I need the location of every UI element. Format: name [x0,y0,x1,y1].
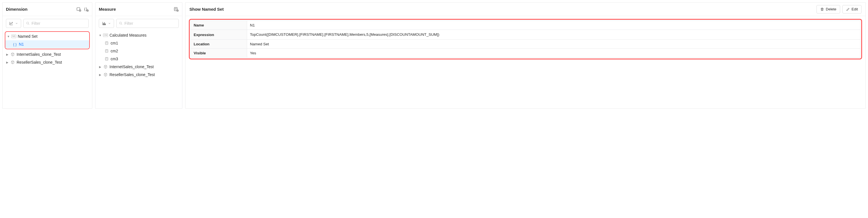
dimension-view-selector[interactable] [6,19,21,28]
detail-panel-header: Show Named Set Delete Edit [185,3,865,16]
svg-point-25 [119,22,121,24]
cm-badge-icon: CM [103,33,108,37]
dimension-filter-wrap[interactable] [23,19,89,28]
caret-right-icon[interactable]: ▶ [99,65,102,68]
namedset-badge-icon: NS [11,34,16,39]
measure-tree: ▼ CM Calculated Measures cm1 cm2 [95,30,182,82]
svg-rect-24 [105,24,105,25]
dimension-toolbar [3,16,92,30]
tree-node-calc-measures[interactable]: ▼ CM Calculated Measures [97,31,181,39]
cube-icon [10,60,15,64]
svg-point-11 [175,9,176,9]
caret-right-icon[interactable]: ▶ [99,73,102,76]
svg-rect-23 [104,23,105,25]
svg-point-38 [106,51,107,51]
detail-table: Name N1 Expression TopCount([DIMCUSTOMER… [190,21,860,58]
search-icon [26,22,30,25]
bar-chart-icon [102,21,106,26]
svg-point-13 [176,9,177,9]
measure-panel-header: Measure [95,3,182,16]
calculator-icon [104,41,109,45]
svg-rect-22 [103,23,104,25]
tree-node-cube[interactable]: ▶ InternetSales_clone_Test [97,63,181,71]
line-chart-icon [9,21,13,26]
dimension-title: Dimension [6,7,28,11]
tree-node-cm[interactable]: cm3 [97,55,181,63]
svg-point-16 [176,9,177,10]
search-icon [119,22,123,25]
dimension-panel: Dimension ▼ [2,2,92,109]
svg-point-47 [107,59,107,59]
svg-point-39 [107,51,107,51]
chevron-down-icon [15,22,18,25]
measure-panel: Measure ▼ CM Calculated Measures [95,2,182,109]
tree-node-cm[interactable]: cm2 [97,47,181,55]
tree-label: InternetSales_clone_Test [110,64,154,69]
detail-row-name: Name N1 [191,21,860,30]
detail-title: Show Named Set [189,7,224,11]
detail-key: Name [191,21,247,30]
tree-label: cm3 [111,57,118,61]
tree-node-cube[interactable]: ▶ ResellerSales_clone_Test [4,58,91,66]
tree-label: Calculated Measures [110,33,147,37]
trash-icon [820,7,824,11]
cube-icon [103,72,108,77]
edit-button[interactable]: Edit [842,5,862,13]
dimension-tree: ▼ NS Named Set { } N1 ▶ InternetSales_cl… [3,30,92,69]
measure-filter-wrap[interactable] [116,19,179,28]
tree-label: Named Set [18,34,37,39]
cube-icon [10,52,15,57]
tree-label: InternetSales_clone_Test [17,52,61,57]
measure-filter-input[interactable] [124,21,176,26]
tree-node-named-set[interactable]: ▼ NS Named Set [5,32,89,40]
svg-point-14 [175,9,176,10]
calculator-icon [104,49,109,53]
svg-line-26 [121,24,122,25]
detail-row-location: Location Named Set [191,40,860,49]
svg-point-37 [106,51,106,51]
dimension-add-namedset-icon[interactable] [84,7,89,12]
svg-point-42 [107,52,107,52]
tree-node-cube[interactable]: ▶ InternetSales_clone_Test [4,51,91,58]
chevron-down-icon [108,22,111,25]
tree-node-cm[interactable]: cm1 [97,39,181,47]
caret-right-icon[interactable]: ▶ [6,61,9,64]
tree-label: ResellerSales_clone_Test [110,72,155,77]
calculator-icon [104,57,109,61]
detail-row-visible: Visible Yes [191,49,860,58]
measure-add-calc-icon[interactable] [174,7,179,12]
detail-key: Expression [191,30,247,40]
dimension-namedset-highlight: ▼ NS Named Set { } N1 [5,31,90,49]
detail-row-expression: Expression TopCount([DIMCUSTOMER].[FIRST… [191,30,860,40]
caret-down-icon[interactable]: ▼ [7,35,10,38]
svg-point-49 [106,59,107,60]
caret-right-icon[interactable]: ▶ [6,53,9,56]
detail-key: Visible [191,49,247,58]
cube-icon [103,64,108,69]
braces-icon: { } [13,42,17,46]
tree-label: ResellerSales_clone_Test [17,60,62,64]
tree-label: cm1 [111,41,118,45]
tree-node-cube[interactable]: ▶ ResellerSales_clone_Test [97,71,181,79]
detail-panel: Show Named Set Delete Edit Name N1 [185,2,866,109]
svg-point-41 [106,52,107,52]
svg-point-48 [106,59,106,60]
measure-title: Measure [99,7,116,11]
dimension-filter-input[interactable] [32,21,86,26]
measure-view-selector[interactable] [99,19,114,28]
dimension-add-table-icon[interactable] [76,7,81,12]
svg-point-50 [107,59,107,60]
svg-point-15 [176,9,176,10]
caret-down-icon[interactable]: ▼ [99,34,102,37]
detail-highlight: Name N1 Expression TopCount([DIMCUSTOMER… [189,19,862,59]
svg-point-40 [106,52,106,52]
svg-point-45 [106,59,106,59]
detail-value: Named Set [247,40,860,49]
delete-button[interactable]: Delete [816,5,840,13]
detail-value: TopCount([DIMCUSTOMER].[FIRSTNAME].[FIRS… [247,30,860,40]
svg-point-31 [107,43,107,43]
svg-point-29 [106,43,106,43]
pencil-icon [846,7,850,11]
svg-line-8 [28,24,29,25]
tree-node-n1[interactable]: { } N1 [5,40,89,48]
